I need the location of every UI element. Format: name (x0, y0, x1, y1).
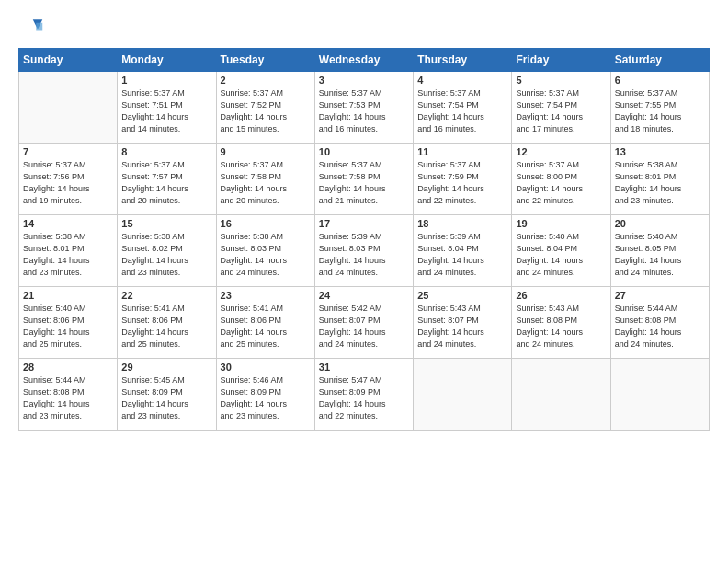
day-info: Sunrise: 5:39 AM Sunset: 8:03 PM Dayligh… (319, 231, 409, 279)
day-info: Sunrise: 5:37 AM Sunset: 7:56 PM Dayligh… (23, 159, 113, 207)
logo-icon (18, 15, 44, 40)
day-info: Sunrise: 5:41 AM Sunset: 8:06 PM Dayligh… (121, 303, 211, 350)
weekday-header-tuesday: Tuesday (216, 49, 314, 72)
day-info: Sunrise: 5:44 AM Sunset: 8:08 PM Dayligh… (23, 374, 113, 422)
week-row-1: 1Sunrise: 5:37 AM Sunset: 7:51 PM Daylig… (19, 72, 710, 144)
day-info: Sunrise: 5:46 AM Sunset: 8:09 PM Dayligh… (221, 374, 311, 422)
day-number: 9 (221, 146, 311, 157)
day-number: 27 (615, 290, 705, 301)
day-info: Sunrise: 5:40 AM Sunset: 8:04 PM Dayligh… (516, 231, 606, 279)
day-number: 19 (516, 218, 606, 229)
calendar-cell: 12Sunrise: 5:37 AM Sunset: 8:00 PM Dayli… (512, 144, 610, 215)
day-info: Sunrise: 5:40 AM Sunset: 8:06 PM Dayligh… (23, 303, 113, 350)
day-info: Sunrise: 5:38 AM Sunset: 8:02 PM Dayligh… (121, 231, 211, 279)
day-number: 22 (121, 290, 211, 301)
day-info: Sunrise: 5:42 AM Sunset: 8:07 PM Dayligh… (319, 303, 409, 350)
day-number: 4 (417, 75, 507, 86)
day-info: Sunrise: 5:38 AM Sunset: 8:01 PM Dayligh… (23, 231, 113, 279)
day-number: 24 (319, 290, 409, 301)
calendar-body: 1Sunrise: 5:37 AM Sunset: 7:51 PM Daylig… (19, 72, 710, 431)
day-info: Sunrise: 5:37 AM Sunset: 7:54 PM Dayligh… (417, 87, 507, 135)
weekday-header-wednesday: Wednesday (314, 49, 413, 72)
calendar-cell: 5Sunrise: 5:37 AM Sunset: 7:54 PM Daylig… (512, 72, 610, 144)
weekday-row: SundayMondayTuesdayWednesdayThursdayFrid… (19, 49, 710, 72)
calendar-cell: 21Sunrise: 5:40 AM Sunset: 8:06 PM Dayli… (19, 287, 118, 359)
day-info: Sunrise: 5:37 AM Sunset: 7:59 PM Dayligh… (417, 159, 507, 207)
day-number: 5 (516, 75, 606, 86)
day-number: 29 (121, 362, 211, 373)
day-number: 12 (516, 146, 606, 157)
day-number: 15 (121, 218, 211, 229)
day-info: Sunrise: 5:37 AM Sunset: 8:00 PM Dayligh… (516, 159, 606, 207)
day-number: 28 (23, 362, 113, 373)
day-number: 25 (417, 290, 507, 301)
calendar-cell (19, 72, 118, 144)
week-row-5: 28Sunrise: 5:44 AM Sunset: 8:08 PM Dayli… (19, 359, 710, 431)
calendar-cell: 23Sunrise: 5:41 AM Sunset: 8:06 PM Dayli… (216, 287, 314, 359)
weekday-header-monday: Monday (118, 49, 216, 72)
calendar-cell: 8Sunrise: 5:37 AM Sunset: 7:57 PM Daylig… (118, 144, 216, 215)
calendar-cell: 2Sunrise: 5:37 AM Sunset: 7:52 PM Daylig… (216, 72, 314, 144)
day-info: Sunrise: 5:44 AM Sunset: 8:08 PM Dayligh… (615, 303, 705, 350)
day-info: Sunrise: 5:41 AM Sunset: 8:06 PM Dayligh… (221, 303, 311, 350)
weekday-header-thursday: Thursday (414, 49, 512, 72)
week-row-3: 14Sunrise: 5:38 AM Sunset: 8:01 PM Dayli… (19, 215, 710, 287)
day-info: Sunrise: 5:37 AM Sunset: 7:55 PM Dayligh… (615, 87, 705, 135)
calendar-cell: 28Sunrise: 5:44 AM Sunset: 8:08 PM Dayli… (19, 359, 118, 431)
day-info: Sunrise: 5:37 AM Sunset: 7:58 PM Dayligh… (319, 159, 409, 207)
day-number: 14 (23, 218, 113, 229)
calendar-cell: 31Sunrise: 5:47 AM Sunset: 8:09 PM Dayli… (314, 359, 413, 431)
calendar-cell: 11Sunrise: 5:37 AM Sunset: 7:59 PM Dayli… (414, 144, 512, 215)
day-number: 31 (319, 362, 409, 373)
day-number: 11 (417, 146, 507, 157)
day-info: Sunrise: 5:40 AM Sunset: 8:05 PM Dayligh… (615, 231, 705, 279)
day-info: Sunrise: 5:37 AM Sunset: 7:52 PM Dayligh… (221, 87, 311, 135)
calendar-cell (414, 359, 512, 431)
calendar-cell: 19Sunrise: 5:40 AM Sunset: 8:04 PM Dayli… (512, 215, 610, 287)
calendar-cell: 10Sunrise: 5:37 AM Sunset: 7:58 PM Dayli… (314, 144, 413, 215)
calendar-cell (610, 359, 709, 431)
calendar-cell: 9Sunrise: 5:37 AM Sunset: 7:58 PM Daylig… (216, 144, 314, 215)
day-info: Sunrise: 5:37 AM Sunset: 7:57 PM Dayligh… (121, 159, 211, 207)
day-info: Sunrise: 5:45 AM Sunset: 8:09 PM Dayligh… (121, 374, 211, 422)
calendar-cell: 25Sunrise: 5:43 AM Sunset: 8:07 PM Dayli… (414, 287, 512, 359)
day-info: Sunrise: 5:47 AM Sunset: 8:09 PM Dayligh… (319, 374, 409, 422)
day-info: Sunrise: 5:38 AM Sunset: 8:03 PM Dayligh… (221, 231, 311, 279)
calendar-cell: 15Sunrise: 5:38 AM Sunset: 8:02 PM Dayli… (118, 215, 216, 287)
day-info: Sunrise: 5:37 AM Sunset: 7:51 PM Dayligh… (121, 87, 211, 135)
calendar-cell: 7Sunrise: 5:37 AM Sunset: 7:56 PM Daylig… (19, 144, 118, 215)
header (18, 15, 710, 40)
day-number: 21 (23, 290, 113, 301)
calendar-cell: 30Sunrise: 5:46 AM Sunset: 8:09 PM Dayli… (216, 359, 314, 431)
day-info: Sunrise: 5:43 AM Sunset: 8:07 PM Dayligh… (417, 303, 507, 350)
calendar-cell: 24Sunrise: 5:42 AM Sunset: 8:07 PM Dayli… (314, 287, 413, 359)
weekday-header-friday: Friday (512, 49, 610, 72)
calendar-header: SundayMondayTuesdayWednesdayThursdayFrid… (19, 49, 710, 72)
calendar-table: SundayMondayTuesdayWednesdayThursdayFrid… (18, 48, 710, 431)
calendar-cell: 17Sunrise: 5:39 AM Sunset: 8:03 PM Dayli… (314, 215, 413, 287)
week-row-2: 7Sunrise: 5:37 AM Sunset: 7:56 PM Daylig… (19, 144, 710, 215)
day-number: 2 (221, 75, 311, 86)
day-number: 30 (221, 362, 311, 373)
day-info: Sunrise: 5:37 AM Sunset: 7:53 PM Dayligh… (319, 87, 409, 135)
calendar-cell: 27Sunrise: 5:44 AM Sunset: 8:08 PM Dayli… (610, 287, 709, 359)
day-number: 16 (221, 218, 311, 229)
calendar-cell: 14Sunrise: 5:38 AM Sunset: 8:01 PM Dayli… (19, 215, 118, 287)
day-number: 18 (417, 218, 507, 229)
day-info: Sunrise: 5:43 AM Sunset: 8:08 PM Dayligh… (516, 303, 606, 350)
day-number: 20 (615, 218, 705, 229)
calendar-cell: 22Sunrise: 5:41 AM Sunset: 8:06 PM Dayli… (118, 287, 216, 359)
day-number: 8 (121, 146, 211, 157)
day-info: Sunrise: 5:39 AM Sunset: 8:04 PM Dayligh… (417, 231, 507, 279)
day-info: Sunrise: 5:38 AM Sunset: 8:01 PM Dayligh… (615, 159, 705, 207)
week-row-4: 21Sunrise: 5:40 AM Sunset: 8:06 PM Dayli… (19, 287, 710, 359)
day-number: 7 (23, 146, 113, 157)
day-number: 1 (121, 75, 211, 86)
day-number: 17 (319, 218, 409, 229)
day-info: Sunrise: 5:37 AM Sunset: 7:58 PM Dayligh… (221, 159, 311, 207)
day-number: 23 (221, 290, 311, 301)
weekday-header-sunday: Sunday (19, 49, 118, 72)
calendar-cell: 16Sunrise: 5:38 AM Sunset: 8:03 PM Dayli… (216, 215, 314, 287)
svg-marker-2 (36, 23, 42, 31)
day-number: 10 (319, 146, 409, 157)
